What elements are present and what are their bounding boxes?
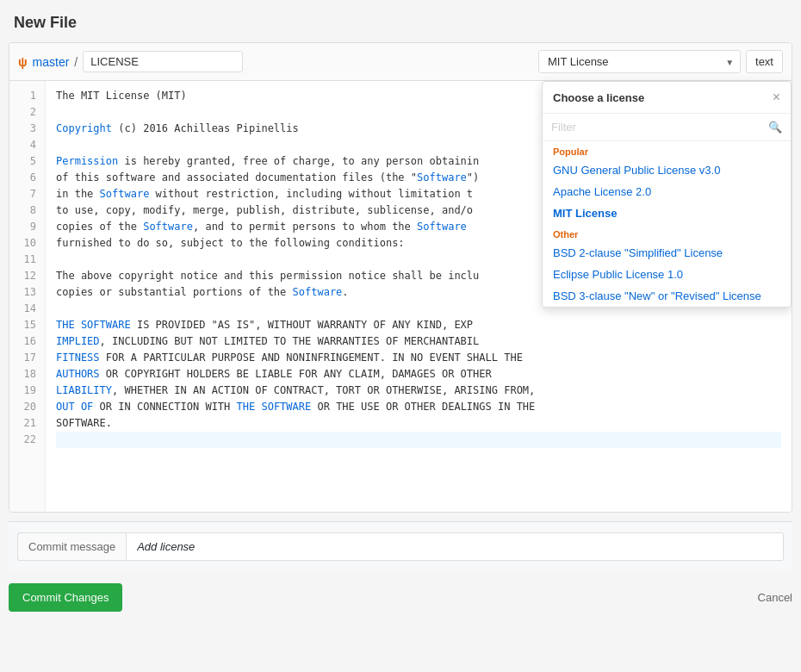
path-separator: / (74, 55, 78, 69)
license-popup: Choose a license × 🔍 Popular GNU General… (542, 81, 792, 308)
other-section-label: Other (543, 224, 791, 242)
license-item-bsd2[interactable]: BSD 2-clause "Simplified" License (543, 242, 791, 264)
license-list: Popular GNU General Public License v3.0 … (543, 141, 791, 307)
close-popup-btn[interactable]: × (773, 90, 780, 104)
license-popup-header: Choose a license × (543, 82, 791, 114)
branch-icon: ψ (18, 55, 28, 69)
cancel-button[interactable]: Cancel (758, 591, 792, 604)
search-icon: 🔍 (768, 121, 782, 134)
license-select[interactable]: MIT License Apache License 2.0 GNU Gener… (538, 50, 741, 73)
license-item-eclipse[interactable]: Eclipse Public License 1.0 (543, 264, 791, 285)
commit-label: Commit message (17, 532, 126, 561)
license-filter-row: 🔍 (543, 114, 791, 141)
action-bar: Commit Changes Cancel (0, 571, 801, 624)
branch-name[interactable]: master (33, 55, 70, 69)
license-item-apache[interactable]: Apache License 2.0 (543, 181, 791, 202)
license-item-gnu[interactable]: GNU General Public License v3.0 (543, 159, 791, 181)
editor-body: 12345678910111213141516171819202122 The … (9, 81, 792, 512)
file-name-input[interactable] (83, 51, 243, 72)
license-popup-title: Choose a license (553, 91, 644, 104)
license-selector-wrapper: MIT License Apache License 2.0 GNU Gener… (538, 50, 741, 73)
editor-container: ψ master / MIT License Apache License 2.… (9, 42, 792, 513)
license-filter-input[interactable] (551, 121, 768, 134)
license-item-bsd3[interactable]: BSD 3-clause "New" or "Revised" License (543, 285, 791, 307)
page-title: New File (0, 0, 801, 42)
commit-message-input[interactable] (126, 532, 784, 561)
text-format-btn[interactable]: text (746, 50, 783, 73)
commit-changes-button[interactable]: Commit Changes (9, 583, 122, 612)
line-numbers: 12345678910111213141516171819202122 (9, 81, 46, 512)
license-item-mit[interactable]: MIT License (543, 202, 791, 224)
editor-header: ψ master / MIT License Apache License 2.… (9, 43, 792, 81)
commit-section: Commit message (9, 521, 792, 571)
page-wrapper: New File ψ master / MIT License Apache L… (0, 0, 801, 624)
commit-row: Commit message (17, 532, 784, 561)
popular-section-label: Popular (543, 141, 791, 159)
